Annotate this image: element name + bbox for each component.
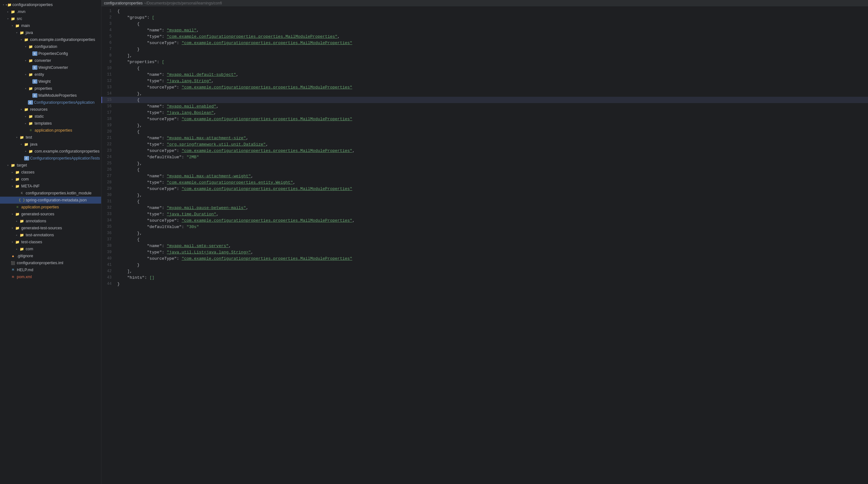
tree-item-AppTests[interactable]: C ConfigurationpropertiesApplicationTest… bbox=[0, 155, 101, 162]
tree-item-annotations[interactable]: 📁 annotations bbox=[0, 218, 101, 224]
item-label: com.example.configurationproperties bbox=[30, 37, 95, 42]
tree-item-configuration[interactable]: 📁 configuration bbox=[0, 43, 101, 50]
tree-item-static[interactable]: 📁 static bbox=[0, 113, 101, 120]
tree-item-templates[interactable]: 📁 templates bbox=[0, 120, 101, 127]
tree-item-generated-test-sources[interactable]: 📁 generated-test-sources bbox=[0, 224, 101, 232]
line-content: { bbox=[115, 199, 140, 204]
folder-icon: 📁 bbox=[19, 219, 25, 223]
tree-item-app-props[interactable]: ≡ application.properties bbox=[0, 127, 101, 134]
tree-item-WeightConverter[interactable]: C WeightConverter bbox=[0, 64, 101, 71]
tree-item-src[interactable]: 📁 src bbox=[0, 15, 101, 22]
item-label: templates bbox=[35, 121, 52, 126]
line-content: "sourceType": "com.example.configuration… bbox=[115, 85, 352, 90]
tree-item-com.example[interactable]: 📁 com.example.configurationproperties bbox=[0, 36, 101, 43]
line-content: "name": "myapp.mail.enabled", bbox=[115, 104, 219, 109]
tree-item-com-test[interactable]: 📁 com bbox=[0, 245, 101, 252]
code-line-13: 13 "sourceType": "com.example.configurat… bbox=[101, 84, 868, 90]
tree-item-help[interactable]: M HELP.md bbox=[0, 266, 101, 273]
code-line-43: 43 "hints": [] bbox=[101, 274, 868, 281]
tree-item-mvn[interactable]: 📁 .mvn bbox=[0, 8, 101, 15]
tree-item-pom[interactable]: m pom.xml bbox=[0, 273, 101, 280]
line-number: 26 bbox=[102, 168, 115, 172]
code-line-27: 27 "name": "myapp.mail.max-attachment-we… bbox=[101, 173, 868, 179]
folder-icon: 📁 bbox=[14, 177, 20, 181]
code-line-2: 2 "groups": [ bbox=[101, 14, 868, 21]
tree-item-properties[interactable]: 📁 properties bbox=[0, 85, 101, 92]
chevron-icon bbox=[14, 31, 19, 35]
line-content: { bbox=[115, 22, 140, 26]
line-content: } bbox=[115, 47, 140, 52]
folder-icon: 📁 bbox=[19, 135, 25, 140]
folder-icon: 📁 bbox=[24, 142, 29, 147]
line-number: 34 bbox=[102, 218, 115, 223]
tree-item-root[interactable]: ▾📁 configurationproperties bbox=[0, 1, 101, 8]
tree-item-gitignore[interactable]: ◆ .gitignore bbox=[0, 252, 101, 260]
tree-item-iml[interactable]: ⬛ configurationproperties.iml bbox=[0, 260, 101, 266]
folder-icon: 📁 bbox=[28, 149, 34, 153]
chevron-icon bbox=[19, 108, 24, 111]
tree-item-app-props2[interactable]: ≡ application.properties bbox=[0, 204, 101, 211]
md-icon: M bbox=[10, 268, 16, 272]
tree-item-java[interactable]: 📁 java bbox=[0, 29, 101, 36]
tree-item-com-target[interactable]: 📁 com bbox=[0, 176, 101, 183]
tree-item-converter[interactable]: 📁 converter bbox=[0, 57, 101, 64]
line-number: 20 bbox=[102, 129, 115, 134]
line-content: "sourceType": "com.example.configuration… bbox=[115, 256, 352, 261]
tree-item-kotlin_module[interactable]: K configurationproperties.kotlin_module bbox=[0, 190, 101, 196]
item-label: generated-test-sources bbox=[21, 226, 62, 230]
item-label: classes bbox=[21, 170, 35, 175]
tree-item-ConfigApp[interactable]: C ConfigurationpropertiesApplication bbox=[0, 99, 101, 106]
line-number: 16 bbox=[102, 104, 115, 109]
line-number: 39 bbox=[102, 250, 115, 254]
code-line-39: 39 "type": "java.util.List<java.lang.Str… bbox=[101, 249, 868, 255]
code-line-22: 22 "type": "org.springframework.util.uni… bbox=[101, 141, 868, 148]
code-line-8: 8 ], bbox=[101, 52, 868, 59]
chevron-icon bbox=[10, 178, 14, 181]
code-line-7: 7 } bbox=[101, 46, 868, 52]
tree-item-target[interactable]: 📁 target bbox=[0, 162, 101, 169]
chevron-icon bbox=[10, 240, 14, 244]
tree-item-spring-metadata[interactable]: { } spring-configuration-metadata.json bbox=[0, 196, 101, 204]
line-content: { bbox=[115, 237, 140, 242]
code-line-28: 28 "type": "com.example.configurationpro… bbox=[101, 179, 868, 185]
line-number: 13 bbox=[102, 85, 115, 89]
code-line-33: 33 "type": "java.time.Duration", bbox=[101, 211, 868, 217]
line-number: 42 bbox=[102, 269, 115, 273]
folder-icon: 📁 bbox=[24, 107, 29, 112]
tree-item-test-annotations[interactable]: 📁 test-annotations bbox=[0, 232, 101, 239]
project-header: configurationproperties ~/Documents/proj… bbox=[101, 0, 868, 7]
tree-item-com.example.test[interactable]: 📁 com.example.configurationproperties bbox=[0, 148, 101, 155]
chevron-icon bbox=[10, 171, 14, 174]
tree-item-META-INF[interactable]: 📁 META-INF bbox=[0, 183, 101, 190]
tree-item-main[interactable]: 📁 main bbox=[0, 22, 101, 29]
line-content: { bbox=[115, 168, 140, 172]
item-label: converter bbox=[35, 58, 51, 63]
file-tree[interactable]: ▾📁 configurationproperties 📁 .mvn 📁 src … bbox=[0, 0, 101, 484]
code-editor: 1{2 "groups": [3 {4 "name": "myapp.mail"… bbox=[101, 7, 868, 484]
tree-item-Weight[interactable]: C Weight bbox=[0, 78, 101, 85]
tree-item-generated-sources[interactable]: 📁 generated-sources bbox=[0, 211, 101, 218]
code-line-40: 40 "sourceType": "com.example.configurat… bbox=[101, 255, 868, 262]
chevron-icon bbox=[24, 122, 28, 125]
tree-item-java-test[interactable]: 📁 java bbox=[0, 141, 101, 148]
code-line-12: 12 "type": "java.lang.String", bbox=[101, 78, 868, 84]
line-content: "type": "com.example.configurationproper… bbox=[115, 34, 340, 39]
tree-item-classes[interactable]: 📁 classes bbox=[0, 169, 101, 176]
folder-icon: 📁 bbox=[14, 170, 20, 175]
line-content: "name": "myapp.mail.max-attachment-weigh… bbox=[115, 174, 253, 179]
tree-item-resources[interactable]: 📁 resources bbox=[0, 106, 101, 113]
tree-item-PropertiesConfig[interactable]: C PropertiesConfig bbox=[0, 50, 101, 57]
tree-item-test[interactable]: 📁 test bbox=[0, 134, 101, 141]
tree-item-MailModuleProperties[interactable]: C MailModuleProperties bbox=[0, 92, 101, 99]
folder-icon: 📁 bbox=[28, 44, 34, 49]
class-icon: C bbox=[28, 100, 33, 105]
folder-icon: 📁 bbox=[19, 233, 25, 237]
item-label: HELP.md bbox=[17, 268, 33, 272]
tree-item-entity[interactable]: 📁 entity bbox=[0, 71, 101, 78]
code-line-29: 29 "sourceType": "com.example.configurat… bbox=[101, 185, 868, 192]
code-line-41: 41 } bbox=[101, 262, 868, 268]
line-number: 31 bbox=[102, 199, 115, 204]
tree-item-test-classes[interactable]: 📁 test-classes bbox=[0, 239, 101, 245]
item-label: spring-configuration-metadata.json bbox=[26, 198, 87, 202]
code-line-11: 11 "name": "myapp.mail.default-subject", bbox=[101, 71, 868, 78]
